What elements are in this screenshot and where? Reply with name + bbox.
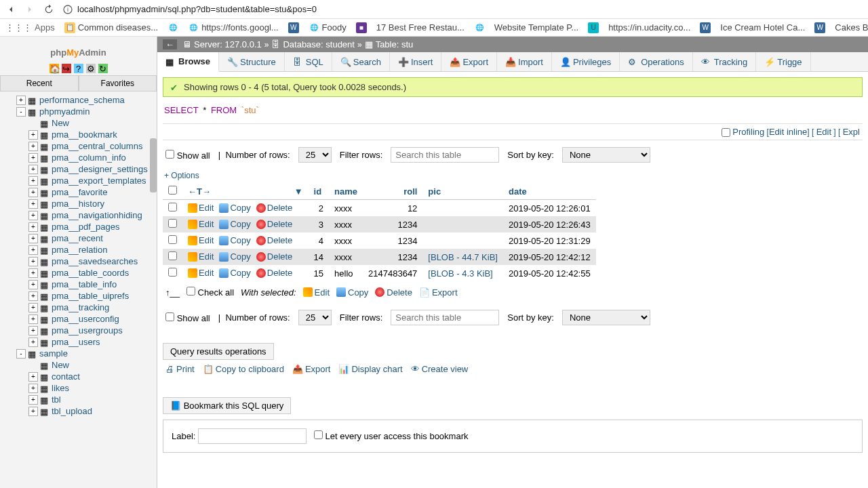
tab-operations[interactable]: ⚙Operations (620, 52, 693, 71)
collapse-icon[interactable]: ← (163, 39, 177, 49)
tree-item[interactable]: +▦performance_schema (1, 94, 155, 106)
bookmark-item[interactable]: W (288, 22, 299, 33)
tree-item[interactable]: +▦pma__central_columns (1, 140, 155, 152)
sidebar-toolbar[interactable]: 🏠↪?⚙↻ (0, 62, 157, 75)
expand-icon[interactable]: + (28, 222, 38, 232)
tab-tracking[interactable]: 👁Tracking (693, 52, 756, 71)
edit-link[interactable]: Edit (816, 127, 831, 137)
tab-trigge[interactable]: ⚡Trigge (756, 52, 810, 71)
bookmark-item[interactable]: 📋Common diseases... (64, 22, 159, 33)
row-copy[interactable]: Copy (219, 268, 250, 278)
tree-item[interactable]: +▦likes (1, 382, 155, 394)
row-delete[interactable]: Delete (256, 203, 293, 213)
bookmark-item[interactable]: https://in.udacity.co... (608, 22, 690, 33)
row-edit[interactable]: Edit (188, 251, 214, 262)
checkall-checkbox[interactable] (186, 287, 195, 296)
filter-input[interactable] (391, 310, 499, 325)
bookmark-item[interactable]: W (700, 22, 711, 33)
row-delete[interactable]: Delete (256, 219, 293, 229)
tab-browse[interactable]: ▦Browse (157, 52, 219, 72)
bookmark-item[interactable]: U (588, 22, 599, 33)
bulk-copy[interactable]: Copy (336, 287, 368, 298)
tree-item[interactable]: ▦New (1, 117, 155, 129)
expand-icon[interactable]: + (28, 303, 38, 312)
expand-icon[interactable]: + (28, 338, 38, 347)
select-all-checkbox[interactable] (168, 186, 177, 195)
expand-icon[interactable]: + (28, 165, 38, 174)
row-delete[interactable]: Delete (256, 235, 293, 245)
tree-item[interactable]: +▦pma__relation (1, 244, 155, 256)
url-text[interactable]: localhost/phpmyadmin/sql.php?db=student&… (77, 4, 317, 14)
row-checkbox[interactable] (168, 203, 177, 211)
profiling-checkbox[interactable] (722, 128, 730, 137)
row-copy[interactable]: Copy (219, 203, 250, 213)
tree-item[interactable]: +▦contact (1, 371, 155, 382)
favorites-tab[interactable]: Favorites (79, 75, 157, 91)
tab-insert[interactable]: ➕Insert (390, 52, 442, 71)
tab-import[interactable]: 📥Import (497, 52, 552, 71)
expand-icon[interactable]: + (28, 176, 38, 186)
tree-item[interactable]: +▦pma__pdf_pages (1, 221, 155, 232)
tree-item[interactable]: +▦pma__column_info (1, 152, 155, 163)
tree-item[interactable]: +▦pma__savedsearches (1, 256, 155, 267)
expand-icon[interactable]: + (28, 211, 38, 220)
tree-item[interactable]: +▦pma__table_uiprefs (1, 290, 155, 302)
expand-icon[interactable]: + (28, 372, 38, 382)
nav-back-icon[interactable] (5, 4, 16, 15)
breadcrumb-db[interactable]: Database: student (283, 39, 355, 49)
bookmark-item[interactable]: Cakes Bakery Resta... (835, 22, 868, 33)
row-edit[interactable]: Edit (188, 203, 214, 213)
bookmark-item[interactable]: 🌐 (167, 22, 178, 33)
tab-structure[interactable]: 🔧Structure (219, 52, 285, 71)
row-checkbox[interactable] (168, 251, 177, 260)
scrollbar-thumb[interactable] (150, 138, 157, 192)
bulk-edit[interactable]: Edit (303, 287, 330, 298)
rows-select[interactable]: 25 (298, 147, 332, 163)
tree-item[interactable]: +▦pma__bookmark (1, 129, 155, 140)
breadcrumb-server[interactable]: Server: 127.0.0.1 (194, 39, 262, 49)
row-delete[interactable]: Delete (256, 251, 293, 262)
row-edit[interactable]: Edit (188, 235, 214, 245)
bookmark-item[interactable]: 17 Best Free Restau... (376, 22, 465, 33)
edit-inline-link[interactable]: Edit inline (769, 127, 807, 137)
expand-icon[interactable]: + (28, 407, 38, 416)
expand-icon[interactable]: + (28, 130, 38, 140)
tree-item[interactable]: +▦pma__userconfig (1, 313, 155, 325)
filter-input[interactable] (391, 147, 499, 163)
tree-item[interactable]: +▦pma__recent (1, 232, 155, 244)
row-copy[interactable]: Copy (219, 251, 250, 262)
tree-item[interactable]: +▦pma__table_info (1, 279, 155, 290)
bookmark-item[interactable]: 🌐 (474, 22, 485, 33)
expand-icon[interactable]: - (16, 349, 26, 359)
export-link[interactable]: 📤Export (292, 364, 331, 374)
bookmark-item[interactable]: Ice Cream Hotel Ca... (720, 22, 805, 33)
sort-select[interactable]: None (562, 147, 650, 163)
tree-item[interactable]: +▦pma__export_templates (1, 175, 155, 186)
bulk-export[interactable]: 📄Export (419, 287, 458, 298)
chart-link[interactable]: 📊Display chart (338, 364, 402, 374)
expand-icon[interactable]: + (28, 280, 38, 289)
row-edit[interactable]: Edit (188, 268, 214, 278)
sort-select[interactable]: None (562, 310, 650, 325)
expand-icon[interactable]: + (28, 188, 38, 197)
bulk-delete[interactable]: Delete (375, 287, 412, 298)
expand-icon[interactable]: + (28, 199, 38, 209)
tree-item[interactable]: +▦pma__history (1, 198, 155, 209)
expand-icon[interactable]: + (28, 291, 38, 301)
tree-item[interactable]: +▦pma__favorite (1, 186, 155, 198)
expand-icon[interactable]: + (28, 314, 38, 324)
everyuser-checkbox[interactable] (314, 430, 323, 439)
row-copy[interactable]: Copy (219, 235, 250, 245)
expand-icon[interactable]: + (28, 245, 38, 255)
expand-icon[interactable]: - (16, 107, 26, 117)
expand-icon[interactable]: + (28, 384, 38, 393)
tree-item[interactable]: +▦tbl (1, 394, 155, 405)
expand-icon[interactable]: + (28, 142, 38, 151)
expand-icon[interactable]: + (16, 96, 26, 105)
row-copy[interactable]: Copy (219, 219, 250, 229)
showall-checkbox[interactable] (165, 150, 174, 159)
tab-search[interactable]: 🔍Search (332, 52, 390, 71)
createview-link[interactable]: 👁Create view (411, 364, 469, 374)
bookmark-item[interactable]: 🌐https://fonts.googl... (188, 22, 278, 33)
tab-sql[interactable]: 🗄SQL (285, 52, 332, 71)
